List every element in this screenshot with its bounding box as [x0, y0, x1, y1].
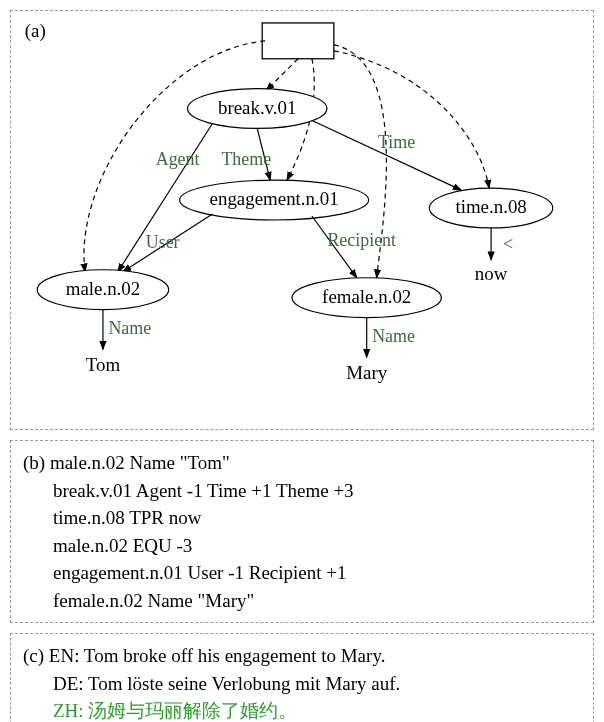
root-to-break-dashed	[266, 59, 298, 91]
edge-agent-label: Agent	[156, 149, 200, 169]
edge-name-female-label: Name	[372, 326, 415, 346]
edge-name-male-label: Name	[108, 318, 151, 338]
node-female-text: female.n.02	[322, 286, 411, 307]
node-time-text: time.n.08	[455, 196, 526, 217]
edge-time-label: Time	[378, 132, 415, 152]
graph-svg: (a) break.v.01 Agent Theme Time engageme…	[11, 11, 593, 429]
panel-a: (a) break.v.01 Agent Theme Time engageme…	[10, 10, 594, 430]
leaf-now: now	[475, 263, 508, 284]
panel-b-line-0: (b) male.n.02 Name "Tom"	[23, 449, 581, 477]
panel-b-line-3: male.n.02 EQU -3	[23, 532, 581, 560]
panel-c-line-zh: ZH: 汤姆与玛丽解除了婚约。	[23, 697, 581, 722]
panel-c-label: (c)	[23, 645, 44, 666]
root-box	[262, 23, 334, 59]
panel-b-line-1: break.v.01 Agent -1 Time +1 Theme +3	[23, 477, 581, 505]
panel-c: (c) EN: Tom broke off his engagement to …	[10, 633, 594, 722]
panel-b-line-5: female.n.02 Name "Mary"	[23, 587, 581, 615]
edge-user-label: User	[146, 232, 180, 252]
edge-recipient-label: Recipient	[327, 230, 396, 250]
panel-c-line-de: DE: Tom löste seine Verlobung mit Mary a…	[23, 670, 581, 698]
panel-b-line-2: time.n.08 TPR now	[23, 504, 581, 532]
node-male-text: male.n.02	[66, 278, 141, 299]
edge-lt-label: <	[503, 234, 513, 254]
panel-a-label: (a)	[25, 20, 46, 42]
leaf-tom: Tom	[86, 354, 121, 375]
panel-c-line-en: (c) EN: Tom broke off his engagement to …	[23, 642, 581, 670]
panel-b: (b) male.n.02 Name "Tom" break.v.01 Agen…	[10, 440, 594, 623]
leaf-mary: Mary	[346, 362, 387, 383]
edge-theme-label: Theme	[221, 149, 271, 169]
panel-b-line-4: engagement.n.01 User -1 Recipient +1	[23, 559, 581, 587]
panel-b-label: (b)	[23, 452, 45, 473]
node-break-text: break.v.01	[218, 97, 297, 118]
node-engagement-text: engagement.n.01	[210, 188, 339, 209]
